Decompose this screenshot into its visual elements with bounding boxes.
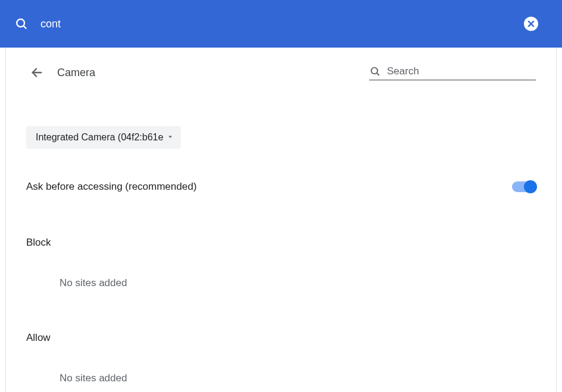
allow-heading: Allow xyxy=(26,332,536,344)
ask-before-accessing-toggle[interactable] xyxy=(512,181,536,192)
camera-device-label: Integrated Camera (04f2:b61e xyxy=(36,132,163,143)
settings-section: Integrated Camera (04f2:b61e Ask before … xyxy=(6,89,556,384)
ask-before-accessing-label: Ask before accessing (recommended) xyxy=(26,181,196,193)
clear-search-button[interactable] xyxy=(524,17,538,31)
left-border xyxy=(0,48,6,392)
page-search-input[interactable] xyxy=(387,65,536,77)
chevron-down-icon xyxy=(167,132,174,143)
content-wrapper: Camera Integrated Camera (04f2:b61e xyxy=(0,48,562,392)
search-icon xyxy=(14,17,29,31)
svg-line-6 xyxy=(377,73,379,75)
svg-point-0 xyxy=(17,19,24,27)
allow-section: Allow No sites added xyxy=(26,332,536,384)
top-search-bar xyxy=(0,0,562,48)
toggle-knob xyxy=(524,180,537,193)
camera-device-select[interactable]: Integrated Camera (04f2:b61e xyxy=(26,126,181,149)
svg-marker-7 xyxy=(168,136,172,139)
content-area: Camera Integrated Camera (04f2:b61e xyxy=(6,48,556,392)
block-empty-text: No sites added xyxy=(26,277,536,289)
allow-empty-text: No sites added xyxy=(26,372,536,384)
page-title: Camera xyxy=(57,67,369,79)
ask-before-accessing-row: Ask before accessing (recommended) xyxy=(26,181,536,193)
page-search-field[interactable] xyxy=(369,65,536,80)
block-section: Block No sites added xyxy=(26,237,536,289)
page-header: Camera xyxy=(6,48,556,89)
back-button[interactable] xyxy=(26,62,48,83)
search-icon xyxy=(369,65,381,77)
right-border xyxy=(556,48,562,392)
svg-point-5 xyxy=(371,67,378,74)
block-heading: Block xyxy=(26,237,536,249)
top-search-input[interactable] xyxy=(40,18,548,30)
svg-line-1 xyxy=(23,26,26,29)
